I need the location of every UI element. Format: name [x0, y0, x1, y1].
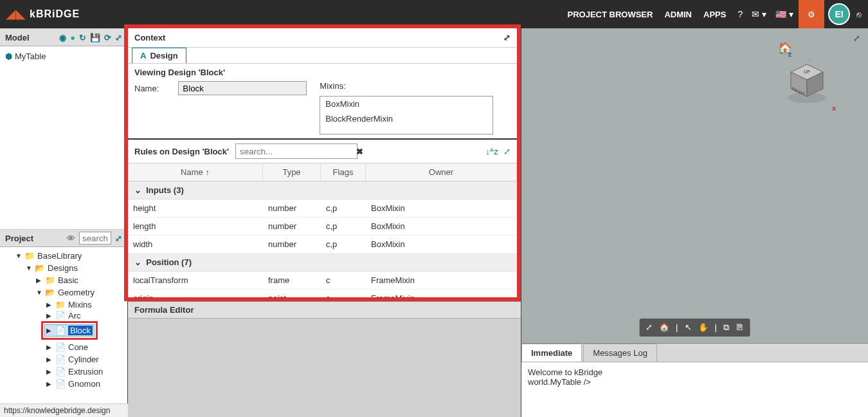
tree-geometry[interactable]: ▼📂Geometry	[5, 286, 122, 299]
group-inputs[interactable]: ⌄ Inputs (3)	[128, 181, 517, 199]
settings-button[interactable]: ⚙	[799, 0, 824, 28]
tab-immediate[interactable]: Immediate	[521, 344, 582, 362]
rules-search-input[interactable]	[236, 147, 352, 156]
table-row[interactable]: localTransformframecFrameMixin	[128, 272, 517, 290]
model-tree: ⬢ MyTable	[0, 46, 127, 229]
help-icon[interactable]: ?	[737, 9, 743, 19]
console-line: Welcome to kBridge	[528, 367, 862, 377]
reload-icon[interactable]: ⟳	[104, 33, 111, 42]
design-tab-label: Design	[150, 51, 177, 60]
tree-baselibrary[interactable]: ▼📁BaseLibrary	[5, 250, 122, 262]
col-name[interactable]: Name ↑	[128, 163, 263, 181]
play-icon[interactable]: ◉	[59, 33, 66, 42]
tree-basic[interactable]: ▶📁Basic	[5, 274, 122, 286]
clear-icon[interactable]: ✖	[352, 147, 367, 156]
formula-title: Formula Editor	[128, 302, 521, 319]
mixin-item[interactable]: BoxMixin	[320, 97, 493, 111]
vt-copy-icon[interactable]: ⧉	[723, 322, 729, 333]
eye-icon[interactable]: 👁	[67, 234, 75, 243]
table-row[interactable]: lengthnumberc,pBoxMixin	[128, 218, 517, 236]
table-row[interactable]: widthnumberc,pBoxMixin	[128, 236, 517, 254]
viewing-label: Viewing Design 'Block'	[134, 68, 511, 77]
col-owner[interactable]: Owner	[366, 163, 517, 181]
svg-text:UP: UP	[804, 70, 810, 74]
context-title: Context	[134, 33, 165, 42]
table-row[interactable]: heightnumberc,pBoxMixin	[128, 199, 517, 218]
model-title: Model	[5, 33, 30, 42]
table-row[interactable]: originpointcFrameMixin	[128, 290, 517, 297]
project-title: Project	[5, 234, 33, 243]
rules-table: Name ↑ Type Flags Owner ⌄ Inputs (3) hei…	[128, 163, 517, 297]
sort-icon[interactable]: ↓ᴬᴢ	[486, 147, 499, 156]
nav-apps[interactable]: APPS	[703, 10, 726, 19]
expand-icon[interactable]: ⤢	[115, 33, 122, 42]
svg-text:RIGHT: RIGHT	[809, 59, 822, 61]
circle-icon[interactable]: ●	[70, 33, 75, 42]
model-root[interactable]: ⬢ MyTable	[5, 50, 122, 62]
context-expand-icon[interactable]: ⤢	[503, 33, 511, 42]
mail-icon[interactable]: ✉ ▾	[752, 9, 766, 19]
col-type[interactable]: Type	[263, 163, 321, 181]
formula-panel: Formula Editor	[128, 301, 521, 417]
project-expand-icon[interactable]: ⤢	[115, 234, 122, 243]
col-flags[interactable]: Flags	[321, 163, 366, 181]
tree-cone[interactable]: ▶📄Cone	[5, 341, 122, 353]
design-body: Viewing Design 'Block' Name: Mixins: Box…	[128, 64, 517, 138]
vt-expand-icon[interactable]: ⤢	[646, 322, 653, 333]
project-panel: Project 👁 ⤢ ▼📁BaseLibrary ▼📂Designs ▶📁Ba…	[0, 229, 127, 417]
vt-divider: |	[715, 322, 717, 333]
logo-icon: ◢◣	[6, 7, 26, 21]
user-avatar[interactable]: EI	[828, 3, 850, 25]
tree-extrusion[interactable]: ▶📄Extrusion	[5, 366, 122, 378]
group-position[interactable]: ⌄ Position (7)	[128, 254, 517, 272]
tree-designs[interactable]: ▼📂Designs	[5, 262, 122, 274]
tab-design[interactable]: А Design	[132, 48, 186, 63]
tree-arc[interactable]: ▶📄Arc	[5, 311, 122, 320]
mixin-item[interactable]: BlockRenderMixin	[320, 111, 493, 126]
nav-project-browser[interactable]: PROJECT BROWSER	[568, 10, 653, 19]
tree-cylinder[interactable]: ▶📄Cylinder	[5, 353, 122, 366]
name-input[interactable]	[178, 81, 307, 95]
tree-gnomon[interactable]: ▶📄Gnomon	[5, 378, 122, 390]
logo-text: kBRiDGE	[30, 8, 80, 20]
context-panel: Context ⤢ А Design Viewing Design 'Block…	[128, 28, 517, 297]
model-panel: Model ◉ ● ↻ 💾 ⟳ ⤢ ⬢ MyTable	[0, 28, 127, 229]
console-panel: Immediate Messages Log Welcome to kBridg…	[521, 343, 868, 417]
nav-admin[interactable]: ADMIN	[664, 10, 692, 19]
tree-mixins[interactable]: ▶📁Mixins	[5, 299, 122, 311]
viewport[interactable]: ⤢ 🏠 z UP FRONT RIGHT x ⤢ 🏠 |	[521, 28, 868, 343]
model-root-label: MyTable	[15, 51, 46, 61]
vt-cursor-icon[interactable]: ↖	[685, 322, 692, 333]
rules-expand-icon[interactable]: ⤢	[503, 147, 511, 156]
cube-icon: ⬢	[5, 51, 12, 61]
vt-divider: |	[676, 322, 678, 333]
viewport-expand-icon[interactable]: ⤢	[853, 33, 860, 43]
project-search-input[interactable]	[79, 232, 111, 245]
design-tab-icon: А	[140, 51, 146, 60]
vt-home-icon[interactable]: 🏠	[659, 322, 669, 333]
mixins-label: Mixins:	[320, 81, 493, 91]
vt-file-icon[interactable]: 🖹	[736, 322, 744, 333]
logout-icon[interactable]: ⎋	[856, 10, 862, 19]
tree-block-selected[interactable]: ▶📄Block	[5, 320, 122, 341]
axis-z-label: z	[788, 50, 792, 58]
save-icon[interactable]: 💾	[90, 33, 100, 42]
axis-x-label: x	[832, 104, 836, 112]
flag-icon[interactable]: 🇺🇸 ▾	[775, 9, 793, 19]
top-nav: PROJECT BROWSER ADMIN APPS	[568, 10, 727, 19]
mixins-list[interactable]: BoxMixin BlockRenderMixin	[320, 96, 493, 134]
console-line: world.MyTable />	[528, 377, 862, 387]
vt-pan-icon[interactable]: ✋	[698, 322, 709, 333]
console-body[interactable]: Welcome to kBridge world.MyTable />	[521, 362, 868, 392]
tab-messages[interactable]: Messages Log	[583, 344, 657, 362]
rules-search[interactable]: ✖	[235, 144, 357, 159]
project-tree: ▼📁BaseLibrary ▼📂Designs ▶📁Basic ▼📂Geomet…	[0, 247, 127, 417]
name-label: Name:	[134, 84, 159, 93]
view-gizmo[interactable]: 🏠 z UP FRONT RIGHT x	[778, 41, 836, 112]
status-bar: https://knowledgebridge.design	[0, 403, 128, 417]
refresh-icon[interactable]: ↻	[79, 33, 86, 42]
gear-icon: ⚙	[808, 10, 815, 19]
view-cube[interactable]: UP FRONT RIGHT	[784, 59, 829, 104]
context-highlight: Context ⤢ А Design Viewing Design 'Block…	[124, 24, 521, 301]
viewport-toolbar: ⤢ 🏠 | ↖ ✋ | ⧉ 🖹	[639, 319, 750, 337]
